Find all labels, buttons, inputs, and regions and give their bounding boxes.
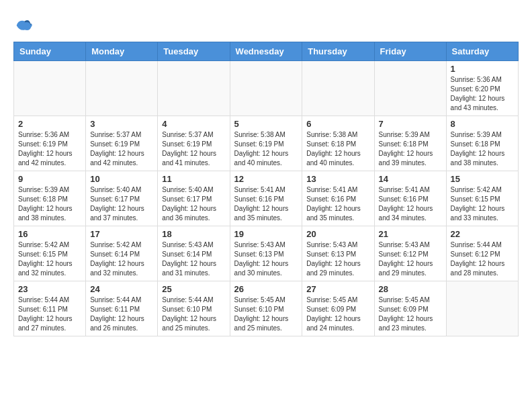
day-number: 11 bbox=[162, 174, 225, 184]
day-info: Sunrise: 5:41 AM Sunset: 6:16 PM Dayligh… bbox=[306, 185, 369, 223]
calendar-header-row: SundayMondayTuesdayWednesdayThursdayFrid… bbox=[14, 42, 519, 61]
column-header-wednesday: Wednesday bbox=[230, 42, 302, 61]
calendar-cell: 25Sunrise: 5:44 AM Sunset: 6:10 PM Dayli… bbox=[158, 281, 230, 336]
day-info: Sunrise: 5:44 AM Sunset: 6:12 PM Dayligh… bbox=[451, 240, 514, 278]
calendar-week-2: 2Sunrise: 5:36 AM Sunset: 6:19 PM Daylig… bbox=[14, 116, 519, 171]
column-header-sunday: Sunday bbox=[14, 42, 86, 61]
day-number: 14 bbox=[379, 174, 442, 184]
column-header-monday: Monday bbox=[86, 42, 158, 61]
calendar-cell: 20Sunrise: 5:43 AM Sunset: 6:13 PM Dayli… bbox=[302, 226, 374, 281]
calendar-cell: 19Sunrise: 5:43 AM Sunset: 6:13 PM Dayli… bbox=[230, 226, 302, 281]
calendar-cell: 18Sunrise: 5:43 AM Sunset: 6:14 PM Dayli… bbox=[158, 226, 230, 281]
calendar-cell: 6Sunrise: 5:38 AM Sunset: 6:18 PM Daylig… bbox=[302, 116, 374, 171]
day-number: 2 bbox=[18, 119, 81, 129]
day-info: Sunrise: 5:44 AM Sunset: 6:11 PM Dayligh… bbox=[90, 295, 153, 333]
day-info: Sunrise: 5:43 AM Sunset: 6:12 PM Dayligh… bbox=[379, 240, 442, 278]
day-number: 8 bbox=[451, 119, 514, 129]
day-number: 15 bbox=[451, 174, 514, 184]
calendar-cell bbox=[230, 61, 302, 116]
day-info: Sunrise: 5:45 AM Sunset: 6:10 PM Dayligh… bbox=[234, 295, 298, 333]
calendar-cell: 15Sunrise: 5:42 AM Sunset: 6:15 PM Dayli… bbox=[446, 171, 518, 226]
calendar-week-5: 23Sunrise: 5:44 AM Sunset: 6:11 PM Dayli… bbox=[14, 281, 519, 336]
day-info: Sunrise: 5:44 AM Sunset: 6:11 PM Dayligh… bbox=[18, 295, 81, 333]
day-number: 3 bbox=[90, 119, 153, 129]
day-number: 1 bbox=[451, 64, 514, 74]
day-number: 20 bbox=[306, 229, 369, 239]
calendar-cell: 17Sunrise: 5:42 AM Sunset: 6:14 PM Dayli… bbox=[86, 226, 158, 281]
day-info: Sunrise: 5:38 AM Sunset: 6:19 PM Dayligh… bbox=[234, 130, 298, 168]
day-number: 12 bbox=[234, 174, 298, 184]
calendar-cell: 23Sunrise: 5:44 AM Sunset: 6:11 PM Dayli… bbox=[14, 281, 86, 336]
day-info: Sunrise: 5:37 AM Sunset: 6:19 PM Dayligh… bbox=[162, 130, 225, 168]
calendar-week-1: 1Sunrise: 5:36 AM Sunset: 6:20 PM Daylig… bbox=[14, 61, 519, 116]
day-info: Sunrise: 5:43 AM Sunset: 6:13 PM Dayligh… bbox=[234, 240, 298, 278]
calendar-cell: 13Sunrise: 5:41 AM Sunset: 6:16 PM Dayli… bbox=[302, 171, 374, 226]
calendar-cell: 5Sunrise: 5:38 AM Sunset: 6:19 PM Daylig… bbox=[230, 116, 302, 171]
calendar-cell bbox=[374, 61, 446, 116]
calendar-cell bbox=[86, 61, 158, 116]
calendar-cell: 10Sunrise: 5:40 AM Sunset: 6:17 PM Dayli… bbox=[86, 171, 158, 226]
calendar-cell: 16Sunrise: 5:42 AM Sunset: 6:15 PM Dayli… bbox=[14, 226, 86, 281]
day-info: Sunrise: 5:39 AM Sunset: 6:18 PM Dayligh… bbox=[18, 185, 81, 223]
calendar-cell: 21Sunrise: 5:43 AM Sunset: 6:12 PM Dayli… bbox=[374, 226, 446, 281]
day-number: 4 bbox=[162, 119, 225, 129]
day-number: 23 bbox=[18, 284, 81, 294]
calendar-table: SundayMondayTuesdayWednesdayThursdayFrid… bbox=[13, 42, 519, 336]
calendar-week-3: 9Sunrise: 5:39 AM Sunset: 6:18 PM Daylig… bbox=[14, 171, 519, 226]
calendar-cell: 8Sunrise: 5:39 AM Sunset: 6:18 PM Daylig… bbox=[446, 116, 518, 171]
calendar-cell: 7Sunrise: 5:39 AM Sunset: 6:18 PM Daylig… bbox=[374, 116, 446, 171]
day-info: Sunrise: 5:42 AM Sunset: 6:14 PM Dayligh… bbox=[90, 240, 153, 278]
day-info: Sunrise: 5:41 AM Sunset: 6:16 PM Dayligh… bbox=[379, 185, 442, 223]
day-number: 16 bbox=[18, 229, 81, 239]
day-number: 25 bbox=[162, 284, 225, 294]
calendar-cell bbox=[14, 61, 86, 116]
calendar-cell bbox=[158, 61, 230, 116]
calendar-cell: 9Sunrise: 5:39 AM Sunset: 6:18 PM Daylig… bbox=[14, 171, 86, 226]
page-header bbox=[13, 13, 519, 35]
day-info: Sunrise: 5:40 AM Sunset: 6:17 PM Dayligh… bbox=[90, 185, 153, 223]
day-number: 9 bbox=[18, 174, 81, 184]
calendar-week-4: 16Sunrise: 5:42 AM Sunset: 6:15 PM Dayli… bbox=[14, 226, 519, 281]
day-number: 28 bbox=[379, 284, 442, 294]
day-number: 22 bbox=[451, 229, 514, 239]
day-number: 6 bbox=[306, 119, 369, 129]
calendar-cell: 2Sunrise: 5:36 AM Sunset: 6:19 PM Daylig… bbox=[14, 116, 86, 171]
day-info: Sunrise: 5:37 AM Sunset: 6:19 PM Dayligh… bbox=[90, 130, 153, 168]
day-info: Sunrise: 5:38 AM Sunset: 6:18 PM Dayligh… bbox=[306, 130, 369, 168]
calendar-cell: 3Sunrise: 5:37 AM Sunset: 6:19 PM Daylig… bbox=[86, 116, 158, 171]
day-info: Sunrise: 5:42 AM Sunset: 6:15 PM Dayligh… bbox=[451, 185, 514, 223]
calendar-cell: 28Sunrise: 5:45 AM Sunset: 6:09 PM Dayli… bbox=[374, 281, 446, 336]
calendar-cell: 4Sunrise: 5:37 AM Sunset: 6:19 PM Daylig… bbox=[158, 116, 230, 171]
day-info: Sunrise: 5:43 AM Sunset: 6:13 PM Dayligh… bbox=[306, 240, 369, 278]
day-number: 13 bbox=[306, 174, 369, 184]
day-number: 18 bbox=[162, 229, 225, 239]
day-info: Sunrise: 5:41 AM Sunset: 6:16 PM Dayligh… bbox=[234, 185, 298, 223]
day-number: 26 bbox=[234, 284, 298, 294]
logo-icon bbox=[13, 16, 32, 35]
calendar-cell bbox=[302, 61, 374, 116]
day-number: 7 bbox=[379, 119, 442, 129]
calendar-cell: 24Sunrise: 5:44 AM Sunset: 6:11 PM Dayli… bbox=[86, 281, 158, 336]
logo bbox=[13, 19, 34, 35]
column-header-friday: Friday bbox=[374, 42, 446, 61]
calendar-cell: 27Sunrise: 5:45 AM Sunset: 6:09 PM Dayli… bbox=[302, 281, 374, 336]
day-info: Sunrise: 5:42 AM Sunset: 6:15 PM Dayligh… bbox=[18, 240, 81, 278]
column-header-tuesday: Tuesday bbox=[158, 42, 230, 61]
day-info: Sunrise: 5:45 AM Sunset: 6:09 PM Dayligh… bbox=[306, 295, 369, 333]
day-number: 19 bbox=[234, 229, 298, 239]
day-info: Sunrise: 5:36 AM Sunset: 6:19 PM Dayligh… bbox=[18, 130, 81, 168]
day-info: Sunrise: 5:36 AM Sunset: 6:20 PM Dayligh… bbox=[451, 75, 514, 113]
day-info: Sunrise: 5:40 AM Sunset: 6:17 PM Dayligh… bbox=[162, 185, 225, 223]
column-header-thursday: Thursday bbox=[302, 42, 374, 61]
calendar-cell: 1Sunrise: 5:36 AM Sunset: 6:20 PM Daylig… bbox=[446, 61, 518, 116]
day-number: 10 bbox=[90, 174, 153, 184]
column-header-saturday: Saturday bbox=[446, 42, 518, 61]
calendar-cell: 11Sunrise: 5:40 AM Sunset: 6:17 PM Dayli… bbox=[158, 171, 230, 226]
day-number: 21 bbox=[379, 229, 442, 239]
day-number: 27 bbox=[306, 284, 369, 294]
calendar-cell: 22Sunrise: 5:44 AM Sunset: 6:12 PM Dayli… bbox=[446, 226, 518, 281]
calendar-cell: 14Sunrise: 5:41 AM Sunset: 6:16 PM Dayli… bbox=[374, 171, 446, 226]
day-number: 5 bbox=[234, 119, 298, 129]
day-number: 17 bbox=[90, 229, 153, 239]
day-info: Sunrise: 5:43 AM Sunset: 6:14 PM Dayligh… bbox=[162, 240, 225, 278]
